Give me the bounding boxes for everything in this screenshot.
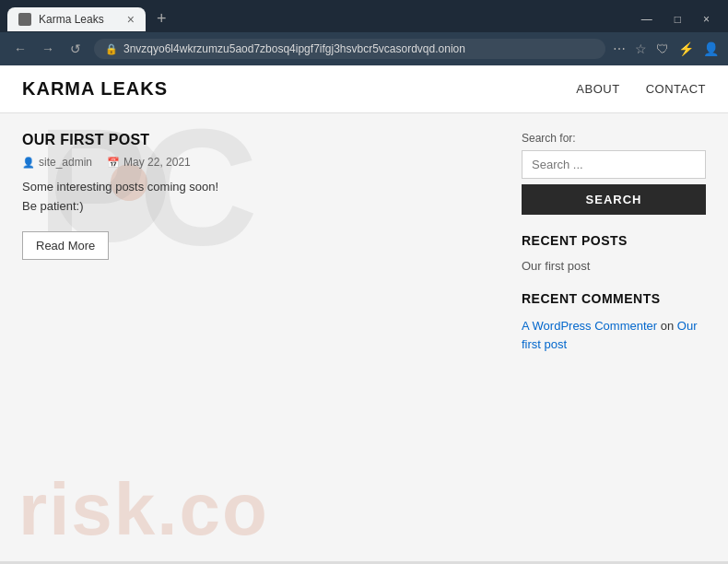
recent-comments-heading: RECENT COMMENTS [522, 291, 706, 310]
close-button[interactable]: × [699, 11, 713, 28]
excerpt-line1: Some interesting posts coming soon! [22, 180, 218, 194]
toolbar-icons: ⋯ ☆ 🛡 ⚡ 👤 [613, 41, 719, 56]
recent-comments-section: RECENT COMMENTS A WordPress Commenter on… [522, 291, 706, 353]
post-author: 👤 site_admin [22, 156, 92, 169]
date-value: May 22, 2021 [123, 156, 191, 169]
contact-nav-link[interactable]: CONTACT [646, 82, 706, 96]
site-logo: KARMA LEAKS [22, 78, 168, 100]
comment-entry: A WordPress Commenter on Our first post [522, 317, 706, 353]
post-excerpt: Some interesting posts coming soon! Be p… [22, 178, 494, 217]
reload-button[interactable]: ↺ [65, 38, 87, 60]
shield-icon: 🛡 [656, 41, 669, 56]
sidebar: Search for: SEARCH RECENT POSTS Our firs… [522, 132, 706, 543]
lock-icon: 🔒 [105, 43, 118, 55]
blog-post: OUR FIRST POST 👤 site_admin 📅 May 22, 20… [22, 132, 494, 260]
author-name: site_admin [39, 156, 92, 169]
search-input[interactable] [522, 150, 706, 179]
search-label: Search for: [522, 132, 706, 145]
post-title: OUR FIRST POST [22, 132, 494, 148]
post-meta: 👤 site_admin 📅 May 22, 2021 [22, 156, 494, 169]
active-tab[interactable]: Karma Leaks × [7, 7, 146, 31]
tab-favicon [18, 13, 31, 26]
read-more-button[interactable]: Read More [22, 231, 109, 260]
more-icon[interactable]: ⋯ [613, 41, 626, 56]
back-button[interactable]: ← [9, 38, 31, 60]
minimize-button[interactable]: — [638, 11, 656, 28]
recent-post-link[interactable]: Our first post [522, 259, 706, 273]
tab-close-button[interactable]: × [127, 13, 135, 26]
author-icon: 👤 [22, 157, 35, 169]
about-nav-link[interactable]: ABOUT [576, 82, 619, 96]
comment-on-word: on [661, 319, 674, 333]
excerpt-line2: Be patient:) [22, 199, 84, 213]
post-date: 📅 May 22, 2021 [107, 156, 191, 169]
tab-bar: Karma Leaks × + — □ × [0, 0, 728, 32]
date-icon: 📅 [107, 157, 120, 169]
plugin-icon: ⚡ [678, 41, 694, 56]
nav-buttons: ← → ↺ [9, 38, 87, 60]
search-section: Search for: SEARCH [522, 132, 706, 215]
comment-author-link[interactable]: A WordPress Commenter [522, 319, 657, 333]
maximize-button[interactable]: □ [671, 11, 685, 28]
site-content: PC risk.co OUR FIRST POST 👤 site_admin 📅… [0, 113, 728, 561]
site-nav: ABOUT CONTACT [576, 82, 706, 96]
site-header: KARMA LEAKS ABOUT CONTACT [0, 65, 728, 113]
address-bar: ← → ↺ 🔒 3nvzqyo6l4wkrzumzu5aod7zbosq4ipg… [0, 32, 728, 65]
new-tab-button[interactable]: + [149, 6, 174, 32]
profile-icon: 👤 [703, 41, 719, 56]
tab-title: Karma Leaks [39, 13, 120, 26]
recent-posts-heading: RECENT POSTS [522, 233, 706, 252]
bookmark-icon[interactable]: ☆ [635, 41, 647, 56]
window-controls: — □ × [638, 11, 721, 28]
url-text: 3nvzqyo6l4wkrzumzu5aod7zbosq4ipgf7ifgj3h… [123, 42, 594, 55]
main-column: OUR FIRST POST 👤 site_admin 📅 May 22, 20… [22, 132, 494, 543]
url-box[interactable]: 🔒 3nvzqyo6l4wkrzumzu5aod7zbosq4ipgf7ifgj… [94, 39, 605, 59]
forward-button[interactable]: → [37, 38, 59, 60]
search-button[interactable]: SEARCH [522, 184, 706, 215]
recent-posts-section: RECENT POSTS Our first post [522, 233, 706, 273]
browser-chrome: Karma Leaks × + — □ × ← → ↺ 🔒 3nvzqyo6l4… [0, 0, 728, 65]
website: KARMA LEAKS ABOUT CONTACT PC risk.co OUR… [0, 65, 728, 564]
